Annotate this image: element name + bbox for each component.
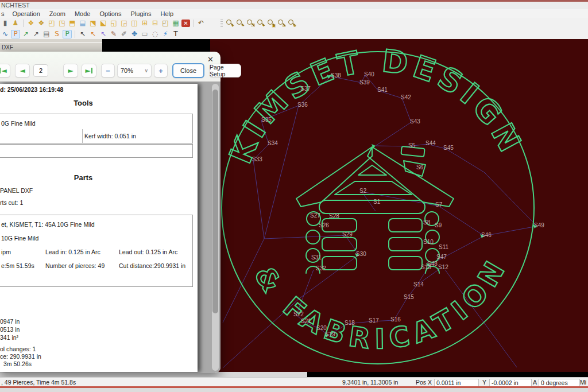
- part-rotate-right-icon[interactable]: ◳: [57, 19, 67, 28]
- y-field[interactable]: -0.0002 in: [489, 379, 532, 387]
- zoom-in-icon[interactable]: +: [225, 19, 234, 28]
- pierce-label-s1: S1: [373, 199, 381, 205]
- pierce-label-s11: S11: [439, 244, 448, 250]
- zoom-previous-icon[interactable]: ↻: [287, 19, 296, 28]
- zoom-level-select[interactable]: 70% ∨: [117, 64, 152, 77]
- toolbar-separator: [75, 30, 75, 38]
- zoom-previous-icon-badge: ↻: [293, 24, 296, 28]
- pierce-label-s44: S44: [425, 140, 436, 146]
- start-point-icon[interactable]: S: [52, 30, 61, 38]
- part-right-icon[interactable]: ◲: [119, 19, 129, 28]
- pierce-count: Number of pierces: 49: [45, 262, 105, 269]
- pierce-label-s39: S39: [359, 79, 370, 86]
- next-page-button[interactable]: ►: [63, 64, 78, 77]
- page-setup-button[interactable]: Page Setup: [209, 64, 241, 77]
- lead-out: Lead out: 0.125 in Arc: [119, 249, 177, 255]
- post-process-icon[interactable]: P: [63, 30, 72, 38]
- part-rotate-left-icon[interactable]: ◰: [47, 19, 56, 28]
- pierce-label-s34: S34: [268, 140, 278, 146]
- select-multi-icon[interactable]: ↖: [99, 30, 108, 38]
- zoom-in-button[interactable]: +: [154, 64, 168, 77]
- pierce-label-s31: S31: [311, 254, 322, 261]
- toolbar-grip[interactable]: [220, 20, 223, 27]
- zoom-out-icon[interactable]: −: [235, 19, 245, 28]
- tools-heading: Tools: [0, 99, 167, 107]
- zoom-selected-icon[interactable]: ▭: [277, 19, 286, 28]
- pierce-label-s19: S19: [325, 331, 335, 337]
- parts-heading: Parts: [0, 173, 167, 182]
- pierce-label-s35: S35: [261, 117, 272, 123]
- rect-select-icon[interactable]: ▭: [140, 30, 149, 38]
- pin-icon[interactable]: ♟: [11, 19, 20, 28]
- part-paste-icon[interactable]: ⬓: [78, 19, 87, 28]
- part-export-icon[interactable]: ◰: [161, 19, 170, 28]
- delete-part-icon[interactable]: ✕: [181, 20, 190, 27]
- pierce-label-s40: S40: [364, 71, 374, 77]
- last-page-button[interactable]: ►: [82, 64, 96, 77]
- pierce-label-s32: S32: [316, 265, 326, 271]
- menu-item-options[interactable]: Options: [95, 10, 126, 17]
- part-copy-icon[interactable]: ⬒: [68, 19, 77, 28]
- title-bar: NCHTEST: [0, 2, 588, 9]
- nest-copy-icon[interactable]: ❖: [37, 19, 46, 28]
- zoom-out-button[interactable]: −: [101, 64, 115, 77]
- undo-icon[interactable]: ↶: [196, 19, 206, 28]
- menu-item-mode[interactable]: Mode: [70, 10, 95, 17]
- select-cursor-icon[interactable]: ↖: [78, 30, 87, 38]
- print-preview-dialog: ✕ ◄ ◄ 2 ► ► − 70% ∨ + Close Page Setup d…: [0, 52, 220, 373]
- contour-tool-icon[interactable]: ∿: [1, 30, 10, 38]
- menu-item-zoom[interactable]: Zoom: [45, 10, 70, 17]
- pierce-label-s7: S7: [435, 201, 443, 208]
- machine-icon[interactable]: ▤: [42, 30, 51, 38]
- part-left-icon[interactable]: ◱: [109, 19, 118, 28]
- part-group-icon[interactable]: ◫: [130, 19, 139, 28]
- a-field[interactable]: 0 degrees: [539, 379, 580, 387]
- first-page-button[interactable]: ◄: [0, 64, 10, 77]
- move-part-icon[interactable]: ✥: [130, 30, 139, 38]
- pos-x-field[interactable]: 0.0011 in: [434, 379, 479, 387]
- part-import-icon[interactable]: ⊟: [150, 19, 160, 28]
- menu-item-plugins[interactable]: Plugins: [126, 10, 156, 17]
- jog-arrow-icon[interactable]: ↗: [21, 30, 30, 38]
- part-ungroup-icon[interactable]: ⊞: [140, 19, 149, 28]
- nest-add-icon[interactable]: ❖: [26, 19, 36, 28]
- simulate-icon[interactable]: ⚡: [161, 30, 170, 38]
- part-dup-icon[interactable]: ⬔: [88, 19, 98, 28]
- lasso-select-icon[interactable]: ◌: [150, 30, 160, 38]
- pierce-label-s45: S45: [443, 145, 454, 151]
- menu-item-operation[interactable]: Operation: [8, 10, 45, 17]
- pierce-label-s29: S29: [342, 231, 353, 238]
- pierce-label-s30: S30: [356, 251, 366, 257]
- pierce-label-s16: S16: [390, 316, 401, 323]
- pierce-label-s41: S41: [377, 87, 388, 93]
- previous-page-button[interactable]: ◄: [15, 64, 30, 77]
- lead-in: Lead in: 0.125 in Arc: [45, 249, 100, 255]
- edit-nodes-icon[interactable]: ✐: [119, 30, 129, 38]
- zoom-parts-icon[interactable]: ✦: [256, 19, 265, 28]
- select-start-icon[interactable]: ↖: [88, 30, 98, 38]
- zoom-window-icon[interactable]: ❐: [246, 19, 255, 28]
- zoom-in-icon-badge: +: [231, 24, 234, 28]
- menu-item-help[interactable]: Help: [156, 10, 178, 17]
- nest-table-icon[interactable]: ▦: [171, 19, 180, 28]
- a-label: A: [533, 379, 537, 386]
- measure-arrow-icon[interactable]: ↗: [32, 30, 41, 38]
- pierce-label-s18: S18: [345, 320, 355, 326]
- edit-path-icon[interactable]: ✎: [109, 30, 118, 38]
- path-mode-icon[interactable]: P: [11, 30, 20, 38]
- tools-box-divider: [82, 129, 83, 143]
- preview-scrollbar-thumb[interactable]: [212, 90, 218, 313]
- preview-scrollbar[interactable]: [212, 84, 219, 371]
- parts-cut: rts cut: 1: [0, 199, 23, 206]
- text-tool-icon[interactable]: T: [171, 30, 180, 38]
- tool-partial-icon[interactable]: ▮: [1, 19, 10, 28]
- window-title: NCHTEST: [1, 2, 30, 9]
- menu-item-tools[interactable]: s: [0, 10, 8, 17]
- close-button[interactable]: Close: [172, 63, 204, 78]
- page-number-input[interactable]: 2: [33, 64, 48, 77]
- close-icon[interactable]: ✕: [207, 55, 214, 64]
- zoom-out-icon-badge: −: [241, 24, 245, 28]
- pierce-label-s42: S42: [401, 94, 411, 100]
- zoom-extents-icon[interactable]: ▣: [266, 19, 276, 28]
- part-array-icon[interactable]: ⬕: [99, 19, 108, 28]
